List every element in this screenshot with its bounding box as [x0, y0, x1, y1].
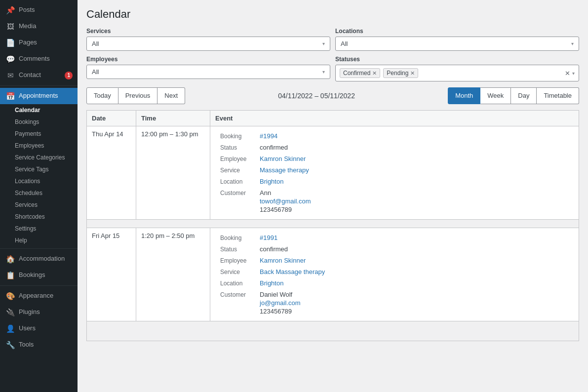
cell-date: Fri Apr 15: [87, 228, 136, 321]
cell-time: 1:20 pm – 2:50 pm: [136, 228, 210, 321]
event-value: Massage therapy: [260, 166, 309, 174]
view-timetable-button[interactable]: Timetable: [537, 87, 579, 104]
event-label: Customer: [220, 189, 260, 213]
event-value: Back Massage therapy: [260, 268, 325, 275]
statuses-filter-label: Statuses: [335, 56, 579, 63]
employees-filter-group: Employees All ▾: [86, 56, 330, 81]
filters-grid: Services All ▾ Locations All ▾ Employees…: [86, 28, 579, 81]
sidebar-item-bookings2[interactable]: 📋 Bookings: [0, 267, 78, 283]
locations-select[interactable]: All ▾: [335, 37, 579, 51]
cell-event: Booking#1991StatusconfirmedEmployeeKamro…: [210, 228, 579, 321]
event-label: Location: [220, 279, 260, 287]
view-month-button[interactable]: Month: [448, 87, 480, 104]
customer-phone: 123456789: [260, 308, 301, 315]
customer-name: Ann: [260, 189, 311, 196]
sidebar-item-users[interactable]: 👤 Users: [0, 320, 78, 337]
col-header-time: Time: [136, 110, 210, 126]
locations-filter-group: Locations All ▾: [335, 28, 579, 51]
location-link[interactable]: Brighton: [260, 279, 283, 287]
status-tag-confirmed-remove[interactable]: ✕: [372, 70, 377, 77]
sidebar-sub-bookings[interactable]: Bookings: [0, 116, 78, 128]
statuses-clear-all[interactable]: ✕: [565, 70, 570, 77]
employees-select[interactable]: All ▾: [86, 65, 330, 79]
event-value: Kamron Skinner: [260, 155, 306, 162]
previous-button[interactable]: Previous: [118, 87, 158, 104]
sidebar-sub-schedules[interactable]: Schedules: [0, 187, 78, 199]
comments-icon: 💬: [6, 54, 15, 64]
sidebar-item-accommodation[interactable]: 🏠 Accommodation: [0, 251, 78, 267]
cell-time: 12:00 pm – 1:30 pm: [136, 126, 210, 219]
statuses-chevron-icon: ▾: [572, 71, 575, 76]
nav-btn-group: Today Previous Next: [86, 87, 185, 104]
service-link[interactable]: Massage therapy: [260, 166, 309, 174]
sidebar-sub-calendar[interactable]: Calendar: [0, 104, 78, 116]
event-label: Employee: [220, 155, 260, 162]
services-chevron-icon: ▾: [322, 41, 325, 46]
table-row: Thu Apr 1412:00 pm – 1:30 pmBooking#1994…: [87, 126, 579, 219]
sidebar-item-comments[interactable]: 💬 Comments: [0, 51, 78, 67]
service-link[interactable]: Back Massage therapy: [260, 268, 325, 275]
sidebar-sub-services[interactable]: Services: [0, 199, 78, 211]
contact-icon: ✉: [6, 70, 15, 80]
location-link[interactable]: Brighton: [260, 178, 283, 185]
sidebar-item-contact[interactable]: ✉ Contact 1: [0, 67, 78, 83]
plugins-icon: 🔌: [6, 307, 15, 317]
event-value: Brighton: [260, 279, 283, 287]
status-tag-pending-remove[interactable]: ✕: [410, 70, 415, 77]
sidebar-sub-help[interactable]: Help: [0, 235, 78, 246]
sidebar-item-media[interactable]: 🖼 Media: [0, 18, 78, 35]
event-label: Service: [220, 268, 260, 275]
sidebar-sub-service-tags[interactable]: Service Tags: [0, 163, 78, 175]
sidebar-item-posts[interactable]: 📌 Posts: [0, 2, 78, 18]
view-week-button[interactable]: Week: [480, 87, 511, 104]
sidebar-item-appointments[interactable]: 📅 Appointments: [0, 88, 78, 104]
sidebar-item-appearance[interactable]: 🎨 Appearance: [0, 288, 78, 304]
event-value: Brighton: [260, 178, 283, 185]
view-day-button[interactable]: Day: [511, 87, 537, 104]
customer-stack: Daniel Wolf jo@gmail.com 123456789: [260, 291, 301, 315]
col-header-event: Event: [210, 110, 579, 126]
event-label: Service: [220, 166, 260, 174]
booking-link[interactable]: #1991: [260, 234, 277, 241]
status-tag-pending-label: Pending: [387, 70, 408, 77]
sidebar-item-tools[interactable]: 🔧 Tools: [0, 337, 78, 353]
next-button[interactable]: Next: [157, 87, 185, 104]
event-value: confirmed: [260, 144, 288, 151]
event-value: Daniel Wolf jo@gmail.com 123456789: [260, 291, 301, 315]
sidebar-sub-settings[interactable]: Settings: [0, 223, 78, 235]
services-select[interactable]: All ▾: [86, 37, 330, 51]
statuses-right-controls: ✕ ▾: [565, 70, 575, 77]
employees-chevron-icon: ▾: [322, 69, 325, 75]
services-filter-group: Services All ▾: [86, 28, 330, 51]
event-label: Booking: [220, 132, 260, 140]
booking-link[interactable]: #1994: [260, 132, 277, 140]
employee-link[interactable]: Kamron Skinner: [260, 155, 306, 162]
locations-select-value: All: [341, 40, 348, 47]
status-tag-pending: Pending ✕: [383, 68, 418, 78]
sidebar-item-pages[interactable]: 📄 Pages: [0, 35, 78, 51]
statuses-select[interactable]: Confirmed ✕ Pending ✕ ✕ ▾: [335, 65, 579, 81]
customer-stack: Ann towof@gmail.com 123456789: [260, 189, 311, 213]
employee-link[interactable]: Kamron Skinner: [260, 257, 306, 264]
col-header-date: Date: [87, 110, 136, 126]
cell-date: Thu Apr 14: [87, 126, 136, 219]
sidebar-sub-employees[interactable]: Employees: [0, 140, 78, 152]
locations-chevron-icon: ▾: [571, 41, 574, 46]
today-button[interactable]: Today: [86, 87, 118, 104]
sidebar-item-plugins[interactable]: 🔌 Plugins: [0, 304, 78, 320]
sidebar-sub-shortcodes[interactable]: Shortcodes: [0, 211, 78, 223]
services-filter-label: Services: [86, 28, 330, 35]
main-content: Calendar Services All ▾ Locations All ▾ …: [78, 0, 588, 392]
sidebar-sub-locations[interactable]: Locations: [0, 175, 78, 187]
customer-email-link[interactable]: jo@gmail.com: [260, 299, 301, 307]
sidebar: 📌 Posts 🖼 Media 📄 Pages 💬 Comments ✉ Con…: [0, 0, 78, 392]
event-label: Employee: [220, 257, 260, 264]
cell-event: Booking#1994StatusconfirmedEmployeeKamro…: [210, 126, 579, 219]
sidebar-sub-service-categories[interactable]: Service Categories: [0, 152, 78, 163]
event-value: #1994: [260, 132, 277, 140]
status-tag-confirmed: Confirmed ✕: [340, 68, 380, 78]
media-icon: 🖼: [6, 21, 15, 32]
customer-email-link[interactable]: towof@gmail.com: [260, 197, 311, 205]
sidebar-sub-payments[interactable]: Payments: [0, 128, 78, 140]
bookings2-icon: 📋: [6, 270, 15, 280]
